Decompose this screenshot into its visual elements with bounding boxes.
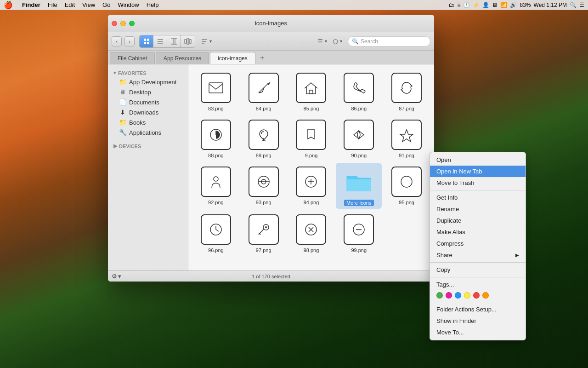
file-item-83[interactable]: 83.png <box>193 69 239 114</box>
context-menu: Open Open in New Tab Move to Trash Get I… <box>430 152 526 340</box>
color-dot-yellow[interactable] <box>464 292 470 299</box>
svg-rect-1 <box>147 39 149 41</box>
ctx-tags[interactable]: Tags... <box>430 279 526 290</box>
new-tab-button[interactable]: + <box>257 53 267 63</box>
file-item-92[interactable]: 92.png <box>193 163 239 209</box>
minimize-button[interactable] <box>120 21 126 26</box>
sidebar-item-applications[interactable]: 🔧 Applications <box>110 127 186 138</box>
file-name-88: 88.png <box>208 153 224 158</box>
file-name-90: 90.png <box>351 153 367 158</box>
action-button[interactable]: ☰ ▾ <box>318 38 327 45</box>
color-dot-orange[interactable] <box>482 292 489 299</box>
favorites-disclosure[interactable]: ▾ <box>113 70 116 76</box>
menubar-edit[interactable]: Edit <box>61 0 79 10</box>
ctx-share[interactable]: Share ▶ <box>430 249 526 261</box>
color-dot-blue[interactable] <box>455 292 461 299</box>
ctx-folder-actions-setup[interactable]: Folder Actions Setup... <box>430 304 526 315</box>
content-area: ▾ Favorites 📁 App Development 🖥 Desktop … <box>108 64 434 270</box>
icon-view-button[interactable] <box>140 35 153 47</box>
list-view-button[interactable] <box>153 35 167 47</box>
tab-app-resources[interactable]: App Resources <box>156 52 209 64</box>
file-item-86[interactable]: 86.png <box>336 69 382 114</box>
ctx-separator-3 <box>430 277 526 277</box>
file-item-85[interactable]: 85.png <box>288 69 334 114</box>
file-item-89[interactable]: 89.png <box>241 116 287 161</box>
file-item-93[interactable]: 93.png <box>241 163 287 209</box>
applications-icon: 🔧 <box>119 129 126 136</box>
status-text: 1 of 170 selected <box>252 274 290 279</box>
gear-icon: ⚙ <box>112 273 117 280</box>
gear-button[interactable]: ⚙ ▾ <box>112 273 121 280</box>
ctx-make-alias[interactable]: Make Alias <box>430 226 526 238</box>
file-name-99: 99.png <box>351 247 367 253</box>
column-view-button[interactable] <box>167 35 181 47</box>
menubar-notifications-icon[interactable]: ☰ <box>579 2 584 8</box>
file-icon-93 <box>248 166 280 198</box>
menubar-window[interactable]: Window <box>114 0 142 10</box>
finder-window: icon-images ‹ › ▾ ☰ ▾ <box>108 15 434 282</box>
share-button[interactable]: ⬡ ▾ <box>333 38 342 45</box>
search-placeholder: Search <box>361 38 378 45</box>
menubar-view[interactable]: View <box>79 0 99 10</box>
close-button[interactable] <box>112 21 117 26</box>
ctx-open[interactable]: Open <box>430 154 526 166</box>
color-dot-green[interactable] <box>436 292 443 299</box>
menubar-go[interactable]: Go <box>99 0 114 10</box>
menubar-folder-icon: 🗂 <box>449 2 454 8</box>
sidebar-item-books[interactable]: 📁 Books <box>110 117 186 127</box>
file-name-89: 89.png <box>256 153 271 158</box>
back-button[interactable]: ‹ <box>112 36 122 46</box>
file-icon-94 <box>295 166 327 198</box>
file-icon-98 <box>295 213 327 246</box>
ctx-show-in-finder[interactable]: Show in Finder <box>430 315 526 327</box>
menubar-list-icon: ≡ <box>457 2 460 8</box>
file-item-84[interactable]: 84.png <box>241 69 287 114</box>
menubar-help[interactable]: Help <box>143 0 163 10</box>
file-item-98[interactable]: 98.png <box>288 211 334 256</box>
ctx-duplicate[interactable]: Duplicate <box>430 215 526 226</box>
file-item-9[interactable]: 9.png <box>288 116 334 161</box>
apple-menu[interactable]: 🍎 <box>4 0 13 9</box>
svg-rect-22 <box>309 90 313 94</box>
file-item-94[interactable]: 94.png <box>288 163 334 209</box>
file-item-97[interactable]: 97.png <box>241 211 287 256</box>
file-item-95[interactable]: 95.png <box>384 163 430 209</box>
forward-button[interactable]: › <box>124 36 135 46</box>
tab-file-cabinet[interactable]: File Cabinet <box>110 52 155 64</box>
file-item-90[interactable]: 90.png <box>336 116 382 161</box>
menubar-search-icon[interactable]: 🔍 <box>570 2 577 8</box>
menubar-file[interactable]: File <box>44 0 61 10</box>
devices-disclosure[interactable]: ▶ <box>113 143 117 149</box>
sidebar-item-documents[interactable]: 📄 Documents <box>110 97 186 107</box>
tab-icon-images[interactable]: icon-images <box>210 52 255 64</box>
file-item-91[interactable]: 91.png <box>384 116 430 161</box>
fullscreen-button[interactable] <box>129 21 135 26</box>
sidebar-item-downloads[interactable]: ⬇ Downloads <box>110 107 186 117</box>
file-item-more-icons[interactable]: More Icons <box>336 163 382 209</box>
desktop-icon: 🖥 <box>119 88 126 96</box>
coverflow-view-button[interactable] <box>181 35 195 47</box>
ctx-move-to-trash[interactable]: Move to Trash <box>430 177 526 189</box>
ctx-compress[interactable]: Compress <box>430 238 526 249</box>
file-item-96[interactable]: 96.png <box>193 211 239 256</box>
search-box[interactable]: 🔍 Search <box>348 36 430 46</box>
file-item-87[interactable]: 87.png <box>384 69 430 114</box>
file-name-85: 85.png <box>304 106 319 111</box>
ctx-copy[interactable]: Copy <box>430 264 526 276</box>
file-icon-97 <box>248 213 280 246</box>
menubar-finder[interactable]: Finder <box>18 0 44 10</box>
file-name-91: 91.png <box>399 153 414 158</box>
sidebar-item-app-development[interactable]: 📁 App Development <box>110 77 186 87</box>
color-dot-red[interactable] <box>473 292 480 299</box>
file-icon-86 <box>343 72 375 104</box>
ctx-rename[interactable]: Rename <box>430 203 526 215</box>
sidebar-item-desktop[interactable]: 🖥 Desktop <box>110 87 186 97</box>
file-icon-more-icons <box>343 166 375 198</box>
ctx-get-info[interactable]: Get Info <box>430 192 526 203</box>
file-item-88[interactable]: 88.png <box>193 116 239 161</box>
color-dot-pink[interactable] <box>446 292 452 299</box>
file-item-99[interactable]: 99.png <box>336 211 382 256</box>
sort-button[interactable]: ▾ <box>201 38 212 45</box>
ctx-move-to[interactable]: Move To... <box>430 327 526 338</box>
ctx-open-new-tab[interactable]: Open in New Tab <box>430 166 526 177</box>
